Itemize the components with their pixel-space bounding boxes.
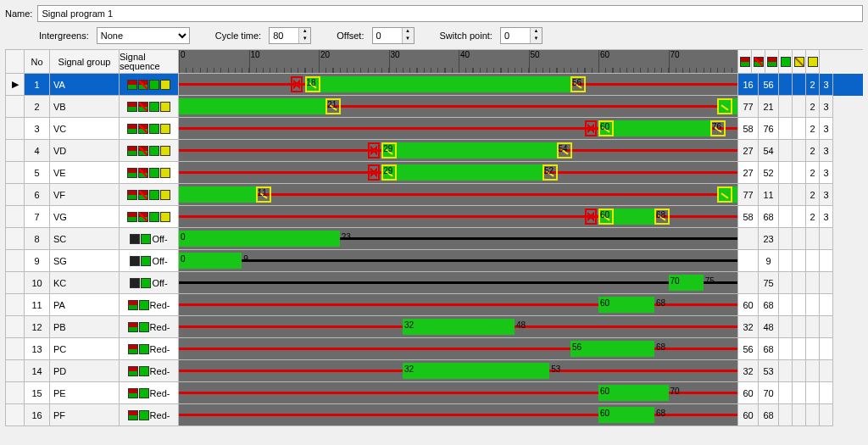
- row-selector[interactable]: [6, 184, 25, 206]
- row-selector[interactable]: [6, 118, 25, 140]
- cell-value: [820, 360, 833, 382]
- row-selector[interactable]: [6, 316, 25, 338]
- green-bar[interactable]: [381, 142, 556, 159]
- green-bar[interactable]: [570, 341, 654, 357]
- cell-signal-sequence[interactable]: Red-: [120, 404, 179, 426]
- cell-timeline[interactable]: 7075: [179, 272, 738, 294]
- cell-timeline[interactable]: 11: [179, 184, 738, 206]
- row-selector[interactable]: [6, 360, 25, 382]
- red-marker[interactable]: [585, 209, 597, 225]
- cell-timeline[interactable]: 5668: [179, 338, 738, 360]
- table-row[interactable]: 12PB Red-32483248: [6, 316, 863, 338]
- cell-value: 16: [738, 74, 759, 96]
- cell-timeline[interactable]: 023: [179, 228, 738, 250]
- row-selector[interactable]: [6, 338, 25, 360]
- cell-signal-sequence[interactable]: [120, 162, 179, 184]
- green-bar[interactable]: [403, 363, 549, 379]
- cell-signal-sequence[interactable]: [120, 140, 179, 162]
- cell-timeline[interactable]: 3248: [179, 316, 738, 338]
- green-bar[interactable]: [179, 186, 256, 203]
- table-row[interactable]: ▶1VA1856165623: [6, 74, 863, 96]
- table-row[interactable]: 9SG Off-099: [6, 250, 863, 272]
- table-row[interactable]: 5VE2952275223: [6, 162, 863, 184]
- row-selector[interactable]: [6, 294, 25, 316]
- row-selector[interactable]: [6, 162, 25, 184]
- red-marker[interactable]: [368, 164, 380, 181]
- seq-icon: [130, 234, 140, 244]
- green-bar[interactable]: [403, 319, 515, 335]
- amber-marker[interactable]: [717, 98, 732, 114]
- row-selector[interactable]: [6, 96, 25, 118]
- red-marker[interactable]: [291, 76, 303, 92]
- green-bar[interactable]: [381, 164, 542, 181]
- cell-timeline[interactable]: 2954: [179, 140, 738, 162]
- cell-timeline[interactable]: 6068: [179, 206, 738, 228]
- cell-timeline[interactable]: 21: [179, 96, 738, 118]
- table-row[interactable]: 13PC Red-56685668: [6, 338, 863, 360]
- row-selector[interactable]: [6, 140, 25, 162]
- offset-spinner[interactable]: ▲▼: [372, 27, 415, 44]
- table-row[interactable]: 8SC Off-02323: [6, 228, 863, 250]
- table-row[interactable]: 3VC6076587623: [6, 118, 863, 140]
- red-marker[interactable]: [368, 142, 380, 159]
- cell-signal-sequence[interactable]: Red-: [120, 360, 179, 382]
- down-icon[interactable]: ▼: [403, 36, 414, 43]
- row-selector[interactable]: [6, 206, 25, 228]
- cell-signal-sequence[interactable]: [120, 184, 179, 206]
- switch-point-spinner[interactable]: ▲▼: [500, 27, 542, 44]
- cell-signal-sequence[interactable]: Off-: [120, 250, 179, 272]
- row-selector[interactable]: [6, 382, 25, 404]
- cell-timeline[interactable]: 2952: [179, 162, 738, 184]
- green-bar[interactable]: [598, 120, 710, 136]
- table-row[interactable]: 15PE Red-60706070: [6, 382, 863, 404]
- table-row[interactable]: 10KC Off-707575: [6, 272, 863, 294]
- cell-timeline[interactable]: 09: [179, 250, 738, 272]
- cell-signal-sequence[interactable]: Red-: [120, 338, 179, 360]
- seq-icon: [160, 146, 170, 156]
- up-icon[interactable]: ▲: [531, 28, 542, 36]
- down-icon[interactable]: ▼: [531, 36, 542, 43]
- row-selector[interactable]: ▶: [6, 74, 25, 96]
- green-bar[interactable]: [179, 231, 340, 247]
- cell-signal-sequence[interactable]: [120, 206, 179, 228]
- row-selector[interactable]: [6, 228, 25, 250]
- cell-signal-group: SC: [50, 228, 120, 250]
- intergreens-select[interactable]: None: [97, 27, 190, 44]
- cell-signal-sequence[interactable]: [120, 118, 179, 140]
- cell-timeline[interactable]: 6070: [179, 382, 738, 404]
- cell-timeline[interactable]: 6076: [179, 118, 738, 140]
- cell-signal-sequence[interactable]: Red-: [120, 316, 179, 338]
- cell-timeline[interactable]: 1856: [179, 74, 738, 96]
- table-row[interactable]: 6VF11771123: [6, 184, 863, 206]
- cell-signal-sequence[interactable]: [120, 74, 179, 96]
- table-row[interactable]: 16PF Red-60686068: [6, 404, 863, 426]
- green-bar[interactable]: [179, 98, 326, 114]
- row-selector[interactable]: [6, 404, 25, 426]
- amber-marker[interactable]: [717, 186, 732, 203]
- cell-timeline[interactable]: 6068: [179, 294, 738, 316]
- cell-signal-sequence[interactable]: Off-: [120, 228, 179, 250]
- table-row[interactable]: 11PA Red-60686068: [6, 294, 863, 316]
- cell-signal-sequence[interactable]: [120, 96, 179, 118]
- cell-signal-sequence[interactable]: Off-: [120, 272, 179, 294]
- up-icon[interactable]: ▲: [403, 28, 414, 36]
- table-row[interactable]: 4VD2954275423: [6, 140, 863, 162]
- green-bar[interactable]: [305, 76, 571, 92]
- signal-grid[interactable]: No Signal group Signal sequence 01020304…: [5, 49, 863, 426]
- cell-timeline[interactable]: 3253: [179, 360, 738, 382]
- green-bar[interactable]: [179, 253, 242, 269]
- cycle-time-spinner[interactable]: ▲▼: [269, 27, 311, 44]
- row-selector[interactable]: [6, 250, 25, 272]
- cell-signal-sequence[interactable]: Red-: [120, 294, 179, 316]
- table-row[interactable]: 7VG6068586823: [6, 206, 863, 228]
- table-row[interactable]: 2VB21772123: [6, 96, 863, 118]
- down-icon[interactable]: ▼: [299, 36, 310, 43]
- cell-signal-group: VG: [50, 206, 120, 228]
- table-row[interactable]: 14PD Red-32533253: [6, 360, 863, 382]
- cell-signal-sequence[interactable]: Red-: [120, 382, 179, 404]
- red-marker[interactable]: [585, 120, 597, 136]
- row-selector[interactable]: [6, 272, 25, 294]
- cell-timeline[interactable]: 6068: [179, 404, 738, 426]
- up-icon[interactable]: ▲: [299, 28, 310, 36]
- name-input[interactable]: [37, 5, 863, 22]
